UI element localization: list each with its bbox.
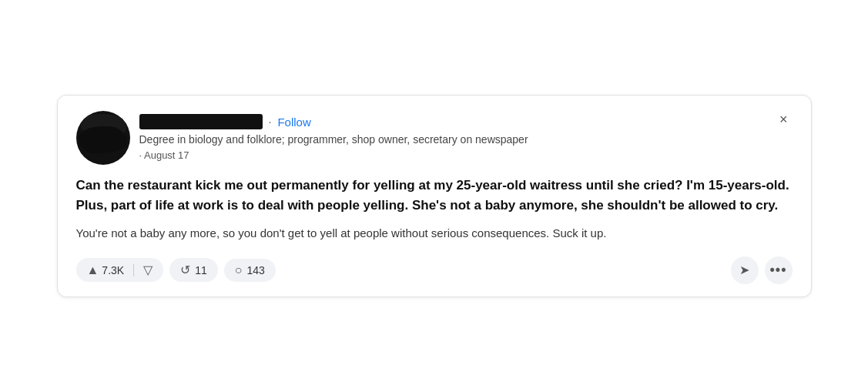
repost-count: 11 <box>195 264 207 276</box>
upvote-count: 7.3K <box>102 264 124 276</box>
action-bar: ▲ 7.3K ▽ ↺ 11 ○ 143 ➤ ••• <box>76 256 793 284</box>
share-button[interactable]: ➤ <box>731 256 759 284</box>
user-info: · Follow Degree in biology and folklore;… <box>139 111 528 161</box>
repost-button[interactable]: ↺ 11 <box>169 258 218 282</box>
follow-button[interactable]: Follow <box>277 116 310 129</box>
username-redacted <box>139 114 263 129</box>
upvote-icon[interactable]: ▲ <box>87 263 99 277</box>
share-icon: ➤ <box>739 263 749 277</box>
post-question: Can the restaurant kick me out permanent… <box>76 176 793 215</box>
more-icon: ••• <box>770 262 787 278</box>
post-answer: You're not a baby any more, so you don't… <box>76 224 793 242</box>
vote-group: ▲ 7.3K ▽ <box>76 258 164 282</box>
post-date: · August 17 <box>139 149 528 161</box>
post-header: · Follow Degree in biology and folklore;… <box>76 111 793 165</box>
close-button[interactable]: × <box>775 111 793 128</box>
name-row: · Follow <box>139 114 528 129</box>
more-button[interactable]: ••• <box>765 256 793 284</box>
repost-icon: ↺ <box>180 263 190 277</box>
user-bio: Degree in biology and folklore; programm… <box>139 132 528 148</box>
comment-count: 143 <box>246 264 264 276</box>
avatar <box>76 111 130 165</box>
comment-button[interactable]: ○ 143 <box>224 259 276 282</box>
downvote-icon[interactable]: ▽ <box>143 263 152 277</box>
dot-separator: · <box>269 116 272 128</box>
post-card: · Follow Degree in biology and folklore;… <box>57 95 812 297</box>
vote-divider <box>133 264 134 276</box>
comment-icon: ○ <box>235 263 243 277</box>
